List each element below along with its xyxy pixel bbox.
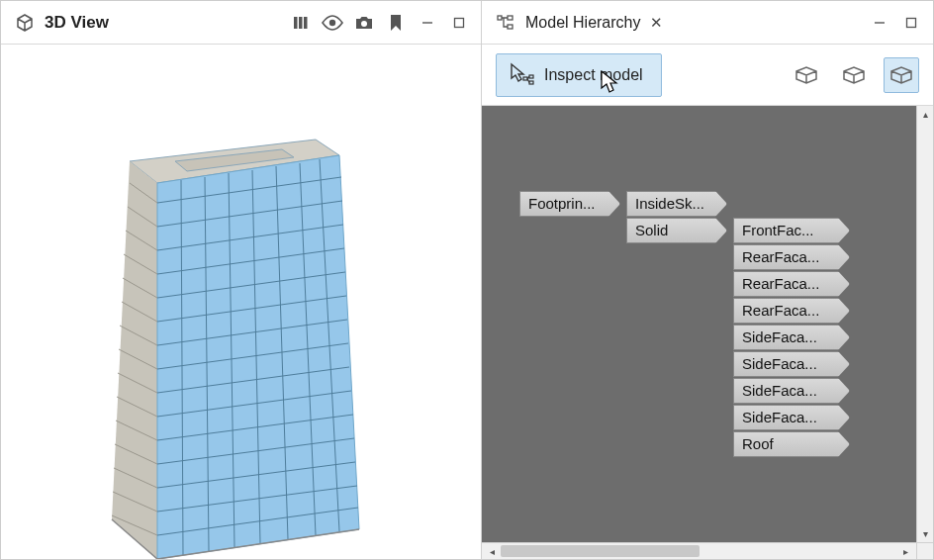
scroll-down-icon[interactable]: ▾ (923, 525, 928, 542)
camera-icon[interactable] (352, 11, 376, 35)
titlebar-3d-view: 3D View (1, 1, 481, 45)
hierarchy-node[interactable]: SideFaca... (733, 325, 850, 350)
hierarchy-node[interactable]: Roof (733, 431, 850, 457)
tab-model-hierarchy[interactable]: Model Hierarchy ✕ (525, 14, 665, 32)
cube-icon (13, 11, 37, 35)
hierarchy-node[interactable]: RearFaca... (733, 271, 850, 297)
scroll-track[interactable] (501, 543, 897, 559)
svg-rect-1 (299, 17, 303, 29)
view-mode-2-button[interactable] (836, 57, 872, 93)
title-3d-view: 3D View (45, 13, 109, 33)
minimize-button[interactable] (416, 11, 439, 35)
svg-point-4 (361, 21, 367, 27)
hierarchy-node[interactable]: RearFaca... (733, 298, 850, 324)
scroll-corner (916, 542, 933, 559)
svg-rect-2 (304, 17, 308, 29)
minimize-button[interactable] (868, 11, 891, 35)
toolbar-model-hierarchy: Inspect model (482, 45, 933, 106)
svg-rect-0 (294, 17, 298, 29)
scroll-thumb[interactable] (501, 545, 700, 557)
svg-rect-6 (455, 18, 464, 27)
hierarchy-node[interactable]: Solid (626, 218, 727, 243)
svg-rect-52 (508, 25, 513, 29)
svg-rect-57 (529, 81, 533, 84)
hierarchy-canvas[interactable]: Footprin... InsideSk... Solid FrontFac..… (482, 106, 933, 559)
scroll-left-icon[interactable]: ◂ (484, 546, 501, 557)
view-mode-1-button[interactable] (789, 57, 824, 93)
hierarchy-node[interactable]: InsideSk... (626, 191, 727, 217)
inspect-cursor-icon (509, 62, 534, 88)
bookmark-icon[interactable] (384, 11, 408, 35)
view-mode-3-button[interactable] (884, 57, 919, 93)
svg-rect-56 (529, 75, 533, 78)
svg-point-3 (329, 19, 335, 25)
hierarchy-node[interactable]: RearFaca... (733, 244, 850, 270)
panel-model-hierarchy: Model Hierarchy ✕ (482, 1, 933, 559)
hierarchy-node[interactable]: FrontFac... (733, 218, 850, 243)
horizontal-scrollbar[interactable]: ◂ ▸ (482, 542, 916, 559)
svg-rect-55 (523, 77, 527, 80)
layers-icon[interactable] (289, 11, 313, 35)
hierarchy-icon (494, 11, 517, 35)
scroll-up-icon[interactable]: ▴ (923, 106, 928, 123)
hierarchy-node[interactable]: Footprin... (519, 191, 620, 217)
inspect-model-label: Inspect model (544, 66, 643, 84)
close-icon[interactable]: ✕ (648, 14, 665, 32)
maximize-button[interactable] (899, 11, 923, 35)
title-model-hierarchy: Model Hierarchy (525, 14, 640, 32)
panel-3d-view: 3D View (1, 1, 482, 559)
scroll-right-icon[interactable]: ▸ (897, 546, 914, 557)
hierarchy-view[interactable]: Footprin... InsideSk... Solid FrontFac..… (482, 106, 933, 559)
svg-rect-50 (498, 16, 502, 20)
hierarchy-node[interactable]: SideFaca... (733, 351, 850, 377)
vertical-scrollbar[interactable]: ▴ ▾ (916, 106, 933, 542)
hierarchy-node[interactable]: SideFaca... (733, 405, 850, 430)
svg-rect-51 (508, 16, 513, 20)
inspect-model-button[interactable]: Inspect model (496, 53, 662, 97)
maximize-button[interactable] (447, 11, 471, 35)
hierarchy-node[interactable]: SideFaca... (733, 378, 850, 404)
titlebar-model-hierarchy: Model Hierarchy ✕ (482, 1, 933, 45)
viewport-3d[interactable] (1, 45, 481, 559)
eye-icon[interactable] (321, 11, 344, 35)
svg-marker-9 (112, 161, 157, 559)
svg-rect-54 (907, 18, 916, 27)
